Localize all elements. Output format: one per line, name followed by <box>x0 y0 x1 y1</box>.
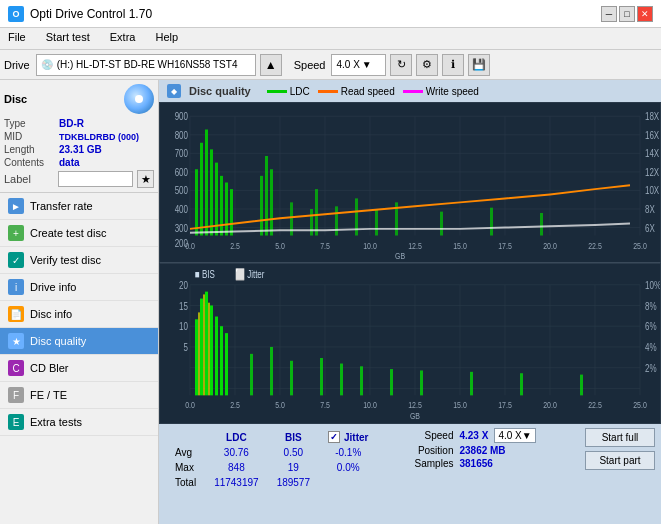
samples-stat-label: Samples <box>398 458 453 469</box>
speed-select[interactable]: 4.0 X ▼ <box>331 54 386 76</box>
svg-text:10%: 10% <box>645 279 660 292</box>
close-button[interactable]: ✕ <box>637 6 653 22</box>
svg-rect-46 <box>205 130 208 236</box>
svg-rect-111 <box>420 370 423 395</box>
svg-rect-50 <box>225 183 228 236</box>
sidebar-item-create-test-disc[interactable]: + Create test disc <box>0 220 158 247</box>
minimize-button[interactable]: ─ <box>601 6 617 22</box>
start-part-button[interactable]: Start part <box>585 451 655 470</box>
speed-select-stats[interactable]: 4.0 X ▼ <box>494 428 535 443</box>
max-bis: 19 <box>269 461 318 474</box>
sidebar-label-disc-info: Disc info <box>30 308 72 320</box>
settings-button[interactable]: ⚙ <box>416 54 438 76</box>
menu-extra[interactable]: Extra <box>106 30 140 47</box>
svg-text:400: 400 <box>175 203 188 215</box>
legend-write-color <box>403 90 423 93</box>
disc-label-input[interactable] <box>58 171 133 187</box>
total-label: Total <box>167 476 204 489</box>
content-area: ◆ Disc quality LDC Read speed Write spee… <box>159 80 661 524</box>
svg-rect-45 <box>200 143 203 236</box>
svg-text:15.0: 15.0 <box>453 399 467 410</box>
svg-rect-99 <box>220 326 223 395</box>
drive-select[interactable]: 💿 (H:) HL-DT-ST BD-RE WH16NS58 TST4 <box>36 54 256 76</box>
drive-label: Drive <box>4 59 30 71</box>
svg-text:4%: 4% <box>645 341 657 354</box>
avg-row: Avg 30.76 0.50 -0.1% <box>167 446 376 459</box>
nav-items: ► Transfer rate + Create test disc ✓ Ver… <box>0 193 158 524</box>
legend-write: Write speed <box>403 86 479 97</box>
menu-help[interactable]: Help <box>151 30 182 47</box>
svg-text:⬜ Jitter: ⬜ Jitter <box>235 268 265 282</box>
menu-file[interactable]: File <box>4 30 30 47</box>
speed-value: 4.0 X <box>336 59 359 70</box>
svg-text:300: 300 <box>175 221 188 233</box>
window-controls: ─ □ ✕ <box>601 6 653 22</box>
speed-select-value: 4.0 X <box>498 430 521 441</box>
svg-text:6X: 6X <box>645 221 655 233</box>
charts-container: 900 800 700 600 500 400 300 18X 16X 14X … <box>159 102 661 424</box>
extra-tests-icon: E <box>8 414 24 430</box>
menu-start-test[interactable]: Start test <box>42 30 94 47</box>
svg-rect-112 <box>470 372 473 396</box>
svg-text:200: 200 <box>175 237 188 249</box>
sidebar-item-verify-test-disc[interactable]: ✓ Verify test disc <box>0 247 158 274</box>
sidebar-item-extra-tests[interactable]: E Extra tests <box>0 409 158 436</box>
speed-stat-row: Speed 4.23 X 4.0 X ▼ <box>398 428 535 443</box>
disc-mid-row: MID TDKBLDRBD (000) <box>4 131 154 142</box>
max-jitter: 0.0% <box>320 461 376 474</box>
sidebar-label-drive-info: Drive info <box>30 281 76 293</box>
save-button[interactable]: 💾 <box>468 54 490 76</box>
svg-text:8X: 8X <box>645 203 655 215</box>
svg-rect-64 <box>540 213 543 236</box>
svg-text:0.0: 0.0 <box>185 399 195 410</box>
disc-length-label: Length <box>4 144 59 155</box>
disc-panel-title: Disc <box>4 93 27 105</box>
speed-stat-label: Speed <box>398 430 453 441</box>
eject-button[interactable]: ▲ <box>260 54 282 76</box>
max-ldc: 848 <box>206 461 267 474</box>
svg-text:10X: 10X <box>645 184 660 196</box>
chart-header: ◆ Disc quality LDC Read speed Write spee… <box>159 80 661 102</box>
jitter-checkbox[interactable]: ✓ <box>328 431 340 443</box>
svg-rect-56 <box>310 209 313 236</box>
disc-info-icon: 📄 <box>8 306 24 322</box>
svg-rect-96 <box>205 292 208 396</box>
sidebar-item-cd-bler[interactable]: C CD Bler <box>0 355 158 382</box>
svg-text:GB: GB <box>410 410 420 421</box>
svg-text:20: 20 <box>179 279 188 292</box>
position-stat-row: Position 23862 MB <box>398 445 535 456</box>
legend-write-label: Write speed <box>426 86 479 97</box>
title-bar: O Opti Drive Control 1.70 ─ □ ✕ <box>0 0 661 28</box>
position-stat-value: 23862 MB <box>459 445 505 456</box>
total-bis: 189577 <box>269 476 318 489</box>
col-ldc-header: LDC <box>206 430 267 444</box>
sidebar-label-verify-test-disc: Verify test disc <box>30 254 101 266</box>
info-button[interactable]: ℹ <box>442 54 464 76</box>
disc-label-button[interactable]: ★ <box>137 170 154 188</box>
sidebar-item-disc-info[interactable]: 📄 Disc info <box>0 301 158 328</box>
disc-icon <box>124 84 154 114</box>
stats-table: LDC BIS ✓ Jitter Avg 30.76 <box>165 428 378 491</box>
disc-quality-icon: ★ <box>8 333 24 349</box>
svg-text:2.5: 2.5 <box>230 399 240 410</box>
svg-text:22.5: 22.5 <box>588 399 602 410</box>
refresh-button[interactable]: ↻ <box>390 54 412 76</box>
max-label: Max <box>167 461 204 474</box>
speed-label: Speed <box>294 59 326 71</box>
sidebar-item-disc-quality[interactable]: ★ Disc quality <box>0 328 158 355</box>
start-full-button[interactable]: Start full <box>585 428 655 447</box>
disc-label-label: Label <box>4 173 54 185</box>
svg-rect-105 <box>270 347 273 395</box>
svg-rect-108 <box>340 364 343 396</box>
svg-rect-44 <box>195 169 198 235</box>
maximize-button[interactable]: □ <box>619 6 635 22</box>
sidebar-item-drive-info[interactable]: i Drive info <box>0 274 158 301</box>
samples-stat-row: Samples 381656 <box>398 458 535 469</box>
col-bis-header: BIS <box>269 430 318 444</box>
sidebar-label-create-test-disc: Create test disc <box>30 227 106 239</box>
svg-rect-101 <box>198 312 200 395</box>
sidebar-item-transfer-rate[interactable]: ► Transfer rate <box>0 193 158 220</box>
chart-header-icon: ◆ <box>167 84 181 98</box>
svg-text:5.0: 5.0 <box>275 399 285 410</box>
sidebar-item-fe-te[interactable]: F FE / TE <box>0 382 158 409</box>
